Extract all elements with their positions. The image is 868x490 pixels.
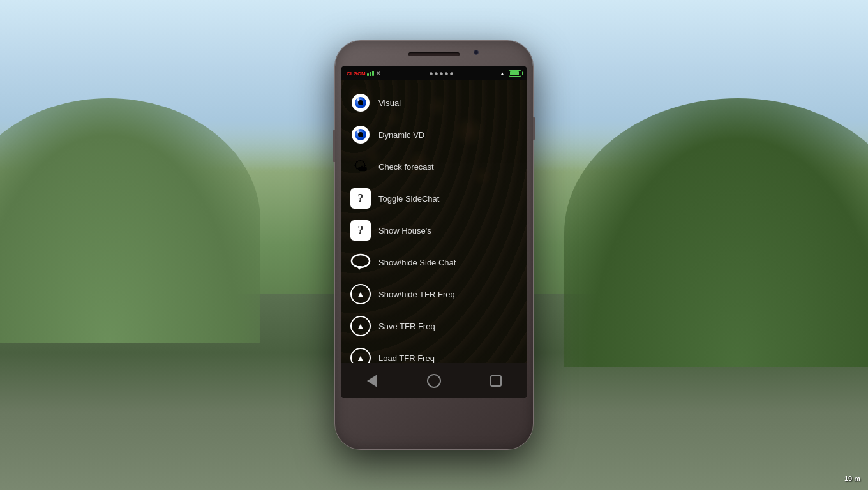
eye-outer: [352, 94, 370, 112]
screen-content: Visual Dynamic VD: [341, 80, 527, 363]
svg-point-0: [352, 255, 370, 267]
dynamic-vd-icon: [350, 124, 371, 145]
tfr-show-icon: ▲: [350, 284, 371, 304]
distance-label: 19 m: [844, 475, 860, 482]
menu-list: Visual Dynamic VD: [341, 80, 527, 363]
show-houses-icon: ?: [350, 220, 371, 241]
tfr-load-icon: ▲: [350, 348, 371, 363]
carrier-label: CLGOM: [347, 71, 366, 77]
show-hide-tfr-label: Show/hide TFR Freq: [378, 290, 455, 299]
dot-3: [440, 72, 443, 75]
triangle-icon-2: ▲: [350, 316, 371, 336]
status-right: ▲: [500, 70, 521, 77]
bottom-nav-bar: [341, 363, 527, 398]
dynamic-vd-label: Dynamic VD: [378, 130, 424, 140]
menu-item-toggle-sidechat[interactable]: ? Toggle SideChat: [341, 182, 527, 214]
load-tfr-label: Load TFR Freq: [378, 353, 435, 363]
battery-fill: [510, 71, 519, 75]
show-houses-label: Show House's: [378, 226, 431, 235]
home-circle-icon: [427, 374, 441, 388]
menu-item-visual[interactable]: Visual: [341, 87, 527, 119]
battery-icon: [509, 70, 521, 77]
show-hide-sidechat-label: Show/hide Side Chat: [378, 258, 456, 267]
signal-bar-2: [370, 72, 371, 76]
toggle-sidechat-label: Toggle SideChat: [378, 194, 439, 204]
triangle-icon-1: ▲: [350, 284, 371, 304]
status-bar: CLGOM ✕ ▲: [341, 66, 527, 80]
toggle-sidechat-icon: ?: [350, 188, 371, 209]
weather-icon: 🌤: [350, 156, 371, 177]
mute-icon: ✕: [376, 70, 381, 77]
question-icon-1: ?: [350, 188, 371, 209]
signal-bar-3: [372, 71, 374, 76]
triangle-icon-3: ▲: [350, 348, 371, 363]
volume-button[interactable]: [333, 130, 335, 162]
eye-pupil-2: [358, 132, 363, 137]
eye-outer-2: [352, 126, 370, 144]
nav-home-button[interactable]: [421, 368, 447, 394]
eye-highlight-2: [357, 130, 359, 133]
nav-back-button[interactable]: [359, 368, 385, 394]
dot-5: [450, 72, 453, 75]
menu-item-save-tfr[interactable]: ▲ Save TFR Freq: [341, 310, 527, 342]
phone: CLGOM ✕ ▲: [335, 41, 533, 449]
visual-icon: [350, 93, 371, 113]
nav-recent-button[interactable]: [483, 368, 509, 394]
save-tfr-label: Save TFR Freq: [378, 322, 435, 331]
status-center: [384, 72, 500, 75]
battery-tip: [522, 72, 523, 75]
eye-iris: [355, 97, 366, 108]
chat-bubble-icon: [350, 252, 371, 272]
menu-item-load-tfr[interactable]: ▲ Load TFR Freq: [341, 342, 527, 363]
dot-4: [445, 72, 448, 75]
chat-bubble-svg: [350, 252, 371, 272]
recent-square-icon: [490, 375, 502, 387]
power-button[interactable]: [533, 117, 535, 140]
signal-bar-1: [367, 73, 369, 76]
speaker-grill: [408, 52, 460, 56]
signal-indicator: [367, 71, 375, 76]
menu-item-dynamic-vd[interactable]: Dynamic VD: [341, 119, 527, 151]
menu-item-show-houses[interactable]: ? Show House's: [341, 214, 527, 246]
eye-highlight: [357, 98, 359, 101]
menu-item-show-hide-sidechat[interactable]: Show/hide Side Chat: [341, 246, 527, 278]
eye-iris-2: [355, 129, 366, 140]
eye-pupil: [358, 100, 363, 105]
visual-label: Visual: [378, 98, 401, 108]
tfr-save-icon: ▲: [350, 316, 371, 336]
phone-screen: CLGOM ✕ ▲: [341, 66, 527, 398]
dots-indicator: [430, 72, 453, 75]
check-forecast-label: Check forecast: [378, 162, 434, 172]
back-triangle-icon: [367, 375, 377, 387]
dot-2: [435, 72, 438, 75]
menu-item-check-forecast[interactable]: 🌤 Check forecast: [341, 151, 527, 182]
menu-item-show-hide-tfr[interactable]: ▲ Show/hide TFR Freq: [341, 278, 527, 310]
phone-body: CLGOM ✕ ▲: [335, 41, 533, 449]
front-camera: [474, 50, 479, 55]
question-icon-2: ?: [350, 220, 371, 241]
dot-1: [430, 72, 433, 75]
wifi-icon: ▲: [500, 71, 505, 77]
